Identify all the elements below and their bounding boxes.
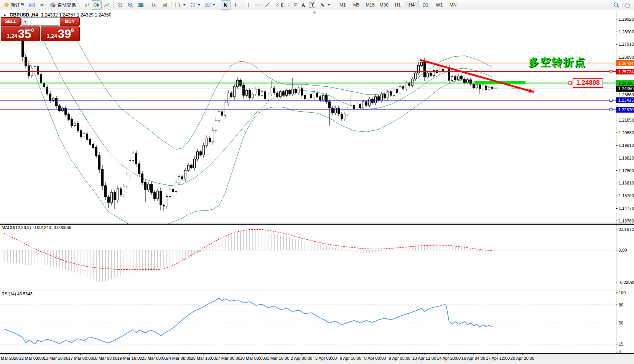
text-label-tool-button[interactable]: T: [307, 0, 318, 10]
fibonacci-tool-button[interactable]: F: [286, 0, 299, 10]
one-click-trade-panel: SELL BUY 1.24 35 0 1.24 39 8: [1, 17, 80, 41]
cursor-tool-button[interactable]: [221, 0, 231, 10]
buy-price-sup: 8: [71, 27, 74, 33]
chart-window-button[interactable]: [27, 0, 37, 10]
profile-prev-icon: [152, 2, 157, 8]
chat-icon[interactable]: [622, 2, 630, 8]
horizontal-line-icon: [255, 2, 260, 8]
vertical-line-icon: [246, 2, 250, 8]
svg-text:80: 80: [619, 303, 623, 307]
sell-button[interactable]: SELL: [1, 17, 21, 26]
zoom-out-button[interactable]: [125, 0, 136, 10]
buy-price-big: 39: [58, 28, 71, 40]
svg-text:1.28900: 1.28900: [619, 30, 634, 34]
svg-text:1.26404: 1.26404: [618, 61, 634, 66]
toolbar-separator: [334, 2, 334, 8]
buy-price-prefix: 1.24: [47, 32, 57, 40]
timeframe-button-m30[interactable]: M30: [377, 1, 391, 9]
signal-button[interactable]: [37, 0, 48, 10]
ohlc-values: 1.24332 1.24357 1.24329 1.24350: [41, 12, 112, 18]
add-indicator-button[interactable]: [173, 0, 188, 10]
vertical-line-tool-button[interactable]: [244, 0, 252, 10]
period-button[interactable]: [188, 0, 203, 10]
volume-input[interactable]: [28, 18, 59, 25]
sell-price-tile[interactable]: 1.24 35 0: [1, 26, 40, 41]
svg-text:1.19810: 1.19810: [619, 143, 634, 148]
candlestick-icon: [94, 2, 99, 8]
line-chart-mode-button[interactable]: [102, 0, 112, 10]
svg-text:17 Apr 12:00: 17 Apr 12:00: [486, 356, 510, 361]
channel-icon: [275, 3, 279, 8]
profile-next-button[interactable]: [160, 0, 170, 10]
svg-text:1.23860: 1.23860: [619, 92, 634, 97]
timeframe-button-m15[interactable]: M15: [363, 1, 377, 9]
timeframe-button-m5[interactable]: M5: [349, 1, 363, 9]
buy-button[interactable]: BUY: [60, 17, 80, 26]
channel-letter: E: [281, 3, 283, 7]
svg-text:1.23433: 1.23433: [618, 98, 634, 102]
symbol-label: GBPUSD-,H4: [10, 12, 38, 18]
auto-trading-button[interactable]: 自动交易: [48, 0, 78, 10]
template-button[interactable]: [203, 0, 217, 10]
svg-text:9 Apr 08:00: 9 Apr 08:00: [389, 356, 410, 361]
buy-price-tile[interactable]: 1.24 39 8: [41, 26, 80, 41]
timeframe-button-w1[interactable]: W1: [432, 1, 446, 9]
bar-chart-mode-button[interactable]: [82, 0, 92, 10]
search-icon[interactable]: [613, 2, 619, 8]
level-price-label[interactable]: 1.24808: [573, 78, 603, 88]
svg-text:23 Mar 00:00: 23 Mar 00:00: [142, 356, 167, 361]
svg-text:6 Apr 16:00: 6 Apr 16:00: [340, 356, 361, 361]
chart-window-icon: [29, 2, 35, 8]
crosshair-tool-button[interactable]: [231, 0, 240, 10]
new-order-button[interactable]: 新订单: [2, 0, 27, 10]
svg-text:11 Mar 2020: 11 Mar 2020: [0, 356, 18, 361]
turning-point-annotation[interactable]: 多空转折点: [529, 55, 586, 69]
profile-prev-button[interactable]: [150, 0, 160, 10]
auto-trading-label: 自动交易: [58, 2, 76, 8]
timeframe-button-d1[interactable]: D1: [418, 1, 432, 9]
channel-tool-button[interactable]: E: [272, 0, 286, 10]
horizontal-line-tool-button[interactable]: [252, 0, 262, 10]
svg-text:1.21850: 1.21850: [619, 118, 634, 122]
timeframe-button-m1[interactable]: M1: [336, 1, 349, 9]
svg-text:30 Mar 08:00: 30 Mar 08:00: [240, 356, 265, 361]
timeframe-button-h4[interactable]: H4: [405, 1, 418, 9]
svg-text:1.29920: 1.29920: [619, 17, 634, 21]
rsi-label: RSI(14) 43.5643: [2, 292, 33, 296]
symbol-header: ▲ GBPUSD-,H4 1.24332 1.24357 1.24329 1.2…: [3, 12, 111, 18]
svg-text:25 Mar 16:00: 25 Mar 16:00: [191, 356, 216, 361]
sell-price-big: 35: [18, 28, 31, 40]
tile-windows-icon: [138, 2, 144, 8]
text-tool-button[interactable]: A: [299, 0, 307, 10]
trendline-tool-button[interactable]: [262, 0, 272, 10]
signal-icon: [40, 2, 45, 8]
macd-label: MACD(12,26,9) -0.001240 -0.000556: [2, 225, 71, 230]
svg-text:19 Mar 16:00: 19 Mar 16:00: [117, 356, 142, 361]
chart-canvas[interactable]: 1.299201.289001.279101.268901.238601.218…: [0, 11, 634, 364]
dropdown-arrow-icon: [213, 4, 215, 6]
candlestick-mode-button[interactable]: [92, 0, 102, 10]
svg-text:1.16810: 1.16810: [619, 181, 634, 185]
text-tool-icon: A: [301, 2, 305, 8]
svg-text:1.13780: 1.13780: [619, 219, 634, 223]
timeframe-button-h1[interactable]: H1: [391, 1, 405, 9]
main-toolbar: 新订单 自动交易: [0, 0, 634, 10]
fibonacci-icon: [288, 3, 293, 8]
arrows-tool-button[interactable]: [318, 0, 332, 10]
zoom-in-button[interactable]: [115, 0, 125, 10]
toolbar-separator: [219, 2, 219, 8]
svg-text:1.18820: 1.18820: [619, 156, 634, 160]
trade-panel-toggle-icon[interactable]: ▲: [3, 13, 7, 17]
svg-text:17 Mar 00:00: 17 Mar 00:00: [68, 356, 93, 361]
timeframe-button-mn[interactable]: MN: [446, 1, 460, 9]
svg-text:27 Mar 00:00: 27 Mar 00:00: [216, 356, 240, 361]
svg-text:2 Apr 00:00: 2 Apr 00:00: [291, 356, 312, 361]
volume-decrease-button[interactable]: [22, 18, 28, 25]
dropdown-arrow-icon: [183, 4, 186, 6]
fibonacci-letter: F: [294, 3, 297, 7]
add-indicator-icon: [175, 2, 181, 8]
label-anchor-handle: [569, 82, 571, 84]
sell-price-sup: 0: [31, 27, 34, 33]
line-chart-icon: [104, 2, 109, 8]
tile-windows-button[interactable]: [136, 0, 146, 10]
